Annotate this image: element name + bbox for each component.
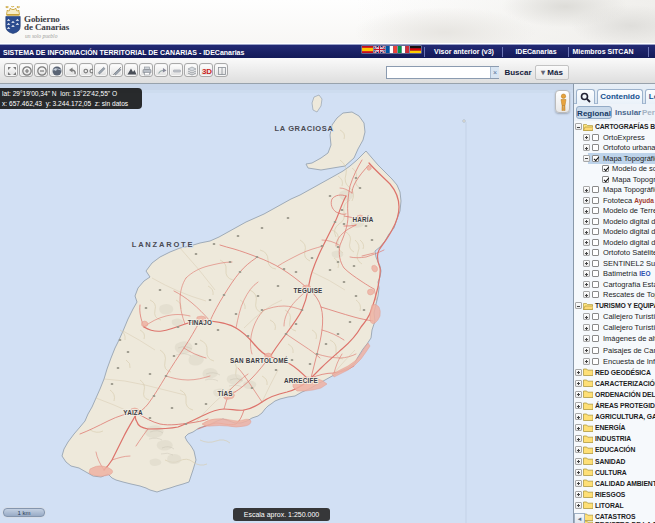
svg-text:TEGUISE: TEGUISE xyxy=(293,287,322,294)
svg-text:SAN BARTOLOMÉ: SAN BARTOLOMÉ xyxy=(230,356,288,364)
svg-text:TÍAS: TÍAS xyxy=(217,389,232,397)
svg-text:LA GRACIOSA: LA GRACIOSA xyxy=(275,124,334,133)
svg-text:YAIZA: YAIZA xyxy=(123,409,143,416)
svg-text:ARRECIFE: ARRECIFE xyxy=(284,377,318,384)
svg-text:TINAJO: TINAJO xyxy=(188,319,212,326)
svg-text:3D: 3D xyxy=(202,67,212,76)
svg-text:HARÍA: HARÍA xyxy=(353,215,374,223)
svg-text:LANZAROTE: LANZAROTE xyxy=(132,240,194,249)
